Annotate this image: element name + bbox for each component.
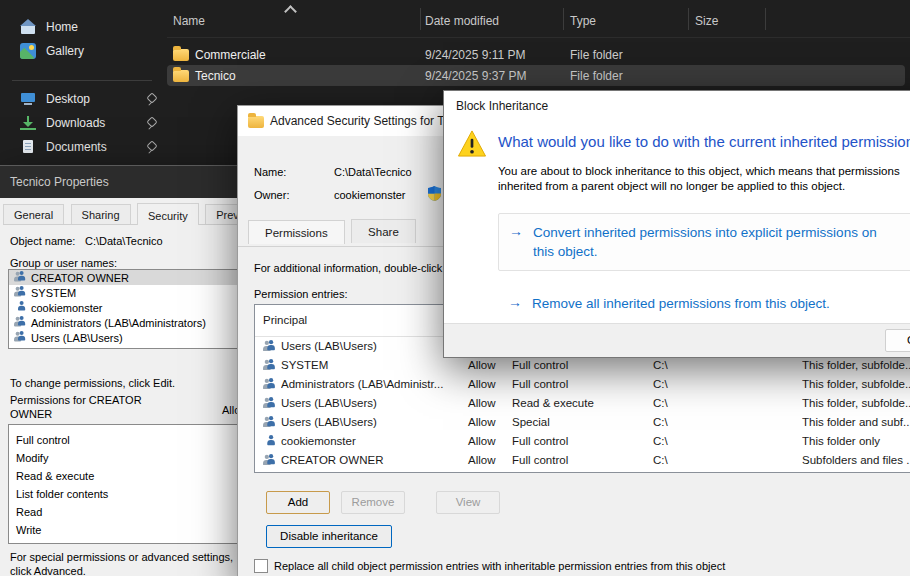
group-icon — [263, 454, 277, 465]
group-icon — [14, 331, 27, 341]
column-separator[interactable] — [765, 8, 766, 30]
permission-name: Read & execute — [16, 470, 94, 482]
column-separator[interactable] — [420, 8, 421, 30]
group-user-name: CREATOR OWNER — [31, 272, 129, 284]
edit-permissions-hint: To change permissions, click Edit. — [10, 377, 175, 389]
sidebar-item[interactable]: Gallery — [4, 39, 162, 63]
sidebar-item-label: Documents — [46, 140, 107, 154]
group-or-user-names-label: Group or user names: — [10, 257, 117, 269]
column-separator[interactable] — [688, 8, 689, 30]
name-value: C:\Data\Tecnico — [334, 166, 412, 178]
entry-principal: Administrators (LAB\Administr... — [281, 378, 464, 390]
group-icon — [263, 416, 277, 427]
entry-access: Read & execute — [512, 397, 594, 409]
properties-tab[interactable]: Sharing — [71, 204, 131, 224]
group-user-name: Users (LAB\Users) — [31, 332, 123, 344]
sidebar-item[interactable]: Downloads — [4, 111, 162, 135]
replace-permissions-label: Replace all child object permission entr… — [274, 560, 725, 572]
command-link-list: → Convert inherited permissions into exp… — [498, 213, 910, 336]
object-name-value: C:\Data\Tecnico — [85, 235, 163, 247]
downloads-icon — [20, 115, 36, 130]
entry-applies-to: This folder and subf... — [802, 416, 910, 428]
permission-entry-row[interactable]: CREATOR OWNER Allow Full control C:\ Sub… — [255, 451, 910, 470]
entry-access: Full control — [512, 435, 568, 447]
gallery-icon — [20, 43, 36, 59]
entry-principal: Users (LAB\Users) — [281, 416, 464, 428]
group-icon — [14, 271, 27, 281]
name-label: Name: — [254, 166, 286, 178]
command-link-arrow-icon: → — [509, 223, 523, 239]
replace-permissions-checkbox[interactable] — [254, 559, 268, 573]
column-header-size[interactable]: Size — [695, 14, 718, 28]
properties-tab[interactable]: General — [3, 204, 64, 224]
entry-principal: Users (LAB\Users) — [281, 397, 464, 409]
entry-inherited-from: C:\ — [653, 378, 668, 390]
file-type: File folder — [570, 48, 623, 62]
object-name-label: Object name: — [10, 235, 75, 247]
owner-value: cookiemonster — [334, 189, 406, 201]
entry-inherited-from: C:\ — [653, 435, 668, 447]
column-header-type[interactable]: Type — [570, 14, 596, 28]
permission-entry-row[interactable]: Users (LAB\Users) Allow Read & execute C… — [255, 394, 910, 413]
group-icon — [14, 286, 27, 296]
entry-type: Allow — [468, 378, 495, 390]
column-header-name[interactable]: Name — [173, 14, 205, 28]
sidebar-pinned-section: Desktop Downloads Documents — [4, 87, 162, 159]
command-link-text-line1: Remove all inherited permissions from th… — [532, 294, 910, 313]
entry-access: Full control — [512, 378, 568, 390]
sidebar-item[interactable]: Desktop — [4, 87, 162, 111]
cancel-button[interactable]: Cancel — [885, 329, 910, 352]
file-type: File folder — [570, 69, 623, 83]
entry-inherited-from: C:\ — [653, 454, 668, 466]
principal-column-header[interactable]: Principal — [263, 314, 307, 326]
add-button[interactable]: Add — [266, 491, 330, 514]
uac-shield-icon[interactable] — [428, 186, 441, 205]
group-user-name: cookiemonster — [31, 302, 103, 314]
entry-type: Allow — [468, 397, 495, 409]
group-icon — [263, 378, 277, 389]
sidebar-item-label: Desktop — [46, 92, 90, 106]
entry-access: Special — [512, 416, 550, 428]
sidebar-item[interactable]: Documents — [4, 135, 162, 159]
permission-entry-row[interactable]: Administrators (LAB\Administr... Allow F… — [255, 375, 910, 394]
advanced-tab[interactable]: Share — [351, 219, 416, 243]
command-link-text-line1: Convert inherited permissions into expli… — [533, 223, 910, 242]
block-inheritance-dialog: Block Inheritance What would you like to… — [443, 90, 910, 358]
disable-inheritance-button[interactable]: Disable inheritance — [266, 525, 392, 548]
file-row[interactable]: Commerciale 9/24/2025 9:11 PM File folde… — [167, 44, 905, 65]
file-row[interactable]: Tecnico 9/24/2025 9:37 PM File folder — [167, 65, 905, 86]
properties-tab[interactable]: Security — [137, 203, 199, 225]
permission-name: Full control — [16, 434, 70, 446]
entry-principal: cookiemonster — [281, 435, 464, 447]
group-icon — [263, 397, 277, 408]
file-date-modified: 9/24/2025 9:37 PM — [425, 69, 526, 83]
column-header-date-modified[interactable]: Date modified — [425, 14, 499, 28]
entry-principal: SYSTEM — [281, 359, 464, 371]
view-button[interactable]: View — [436, 491, 500, 514]
advanced-settings-hint-line1: For special permissions or advanced sett… — [10, 551, 233, 563]
permission-entry-row[interactable]: cookiemonster Allow Full control C:\ Thi… — [255, 432, 910, 451]
command-link[interactable]: → Remove all inherited permissions from … — [498, 285, 910, 322]
command-link[interactable]: → Convert inherited permissions into exp… — [498, 213, 910, 271]
block-warning-line1: You are about to block inheritance to th… — [498, 165, 900, 177]
advanced-tab[interactable]: Permissions — [248, 220, 345, 244]
pin-icon — [146, 117, 158, 129]
permission-name: Read — [16, 506, 42, 518]
advanced-tab-strip: Permissions Share — [248, 219, 418, 247]
group-user-name: Administrators (LAB\Administrators) — [31, 317, 206, 329]
pin-icon — [146, 93, 158, 105]
documents-icon — [20, 139, 36, 155]
group-icon — [263, 359, 277, 370]
remove-button[interactable]: Remove — [341, 491, 405, 514]
permission-entry-row[interactable]: SYSTEM Allow Full control C:\ This folde… — [255, 356, 910, 375]
sidebar-item-label: Downloads — [46, 116, 105, 130]
sidebar-item[interactable]: Home — [4, 15, 162, 39]
warning-icon — [456, 129, 488, 162]
folder-icon — [248, 116, 264, 128]
desktop-screen: Name Date modified Type Size Commerciale… — [0, 0, 910, 576]
column-separator[interactable] — [563, 8, 564, 30]
permission-entry-row[interactable]: Users (LAB\Users) Allow Special C:\ This… — [255, 413, 910, 432]
block-dialog-heading: What would you like to do with the curre… — [498, 133, 910, 150]
entry-applies-to: Subfolders and files ... — [802, 454, 910, 466]
user-icon — [263, 435, 277, 446]
